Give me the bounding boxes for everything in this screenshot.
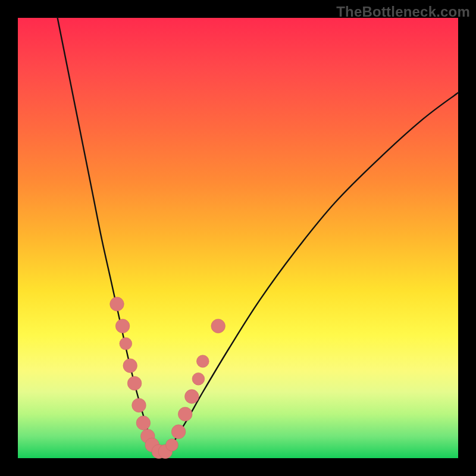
bottleneck-curve-path — [58, 18, 458, 453]
marker-dot — [123, 359, 137, 373]
watermark-text: TheBottleneck.com — [336, 4, 470, 20]
curve-markers — [110, 297, 226, 459]
marker-dot — [166, 439, 178, 451]
marker-dot — [196, 355, 209, 368]
marker-dot — [192, 372, 205, 385]
plot-area — [18, 18, 458, 458]
marker-dot — [132, 398, 146, 412]
marker-dot — [178, 407, 192, 421]
marker-dot — [120, 337, 132, 350]
marker-dot — [185, 390, 199, 404]
marker-dot — [211, 319, 226, 333]
marker-dot — [115, 319, 130, 333]
marker-dot — [110, 297, 124, 311]
bottleneck-curve-svg — [18, 18, 458, 458]
chart-frame: TheBottleneck.com — [0, 0, 476, 476]
marker-dot — [127, 376, 142, 390]
marker-dot — [171, 425, 186, 439]
marker-dot — [136, 416, 151, 430]
